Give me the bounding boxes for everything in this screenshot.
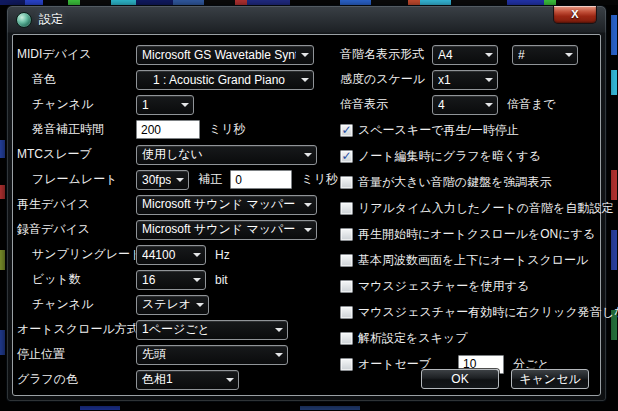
dropdown-arrow-icon <box>226 378 234 382</box>
stop-position-select[interactable]: 先頭 <box>136 345 288 365</box>
checkbox-row[interactable]: 解析設定をスキップ <box>340 325 602 351</box>
stop-position-value: 先頭 <box>142 346 270 363</box>
midi-channel-row: チャンネル 1 <box>17 92 323 117</box>
audio-channel-label: チャンネル <box>17 296 136 313</box>
tone-select[interactable]: 1 : Acoustic Grand Piano <box>136 70 314 90</box>
midi-device-row: MIDIデバイス Microsoft GS Wavetable Synth <box>17 42 323 67</box>
dropdown-arrow-icon <box>304 153 312 157</box>
autoscroll-mode-row: オートスクロール方式 1ページごと <box>17 317 323 342</box>
dialog-title: 設定 <box>39 11 63 28</box>
audio-channel-value: ステレオ <box>142 296 191 313</box>
frame-rate-value: 30fps <box>142 173 171 187</box>
audio-channel-row: チャンネル ステレオ <box>17 292 323 317</box>
autoscroll-mode-select[interactable]: 1ページごと <box>136 320 288 340</box>
checkbox-label: マウスジェスチャーを使用する <box>358 278 529 295</box>
playback-device-label: 再生デバイス <box>17 196 136 213</box>
dropdown-arrow-icon <box>565 53 573 57</box>
harmonics-row: 倍音表示 4 倍音まで <box>340 92 602 117</box>
title-bar[interactable]: 設定 X <box>7 6 606 33</box>
autosave-checkbox[interactable] <box>340 358 353 371</box>
checkbox-row[interactable]: リアルタイム入力したノートの音階を自動設定 <box>340 195 602 221</box>
latency-unit: ミリ秒 <box>209 121 246 138</box>
bit-depth-row: ビット数 16 bit <box>17 267 323 292</box>
sensitivity-scale-row: 感度のスケール x1 <box>340 67 602 92</box>
bit-depth-label: ビット数 <box>17 271 136 288</box>
note-name-format-value: A4 <box>438 48 480 62</box>
note-name-format-select[interactable]: A4 <box>432 45 498 65</box>
latency-row: 発音補正時間 ミリ秒 <box>17 117 323 142</box>
record-device-label: 録音デバイス <box>17 221 136 238</box>
bit-depth-select[interactable]: 16 <box>136 270 206 290</box>
accidental-select[interactable]: # <box>512 45 578 65</box>
record-device-row: 録音デバイス Microsoft サウンド マッパー <box>17 217 323 242</box>
midi-channel-select[interactable]: 1 <box>136 95 194 115</box>
frame-offset-unit: ミリ秒 <box>301 171 338 188</box>
autoscroll-mode-label: オートスクロール方式 <box>17 321 136 338</box>
checkbox-row[interactable]: 再生開始時にオートクスロールをONにする <box>340 221 602 247</box>
tone-value: 1 : Acoustic Grand Piano <box>142 73 296 87</box>
mtc-slave-row: MTCスレーブ 使用しない <box>17 142 323 167</box>
sampling-rate-row: サンプリングレート 44100 Hz <box>17 242 323 267</box>
dropdown-arrow-icon <box>176 178 184 182</box>
dropdown-arrow-icon <box>193 278 201 282</box>
checkbox-row[interactable]: ✓ スペースキーで再生/一時停止 <box>340 117 602 143</box>
bit-depth-value: 16 <box>142 273 188 287</box>
checkbox[interactable] <box>340 332 353 345</box>
frame-rate-select[interactable]: 30fps <box>136 170 189 190</box>
checkbox-label: 解析設定をスキップ <box>358 330 467 347</box>
dropdown-arrow-icon <box>485 53 493 57</box>
latency-input[interactable] <box>136 120 200 139</box>
autoscroll-mode-value: 1ページごと <box>142 321 270 338</box>
sampling-rate-value: 44100 <box>142 248 188 262</box>
record-device-value: Microsoft サウンド マッパー <box>142 221 299 238</box>
midi-device-select[interactable]: Microsoft GS Wavetable Synth <box>136 45 314 65</box>
record-device-select[interactable]: Microsoft サウンド マッパー <box>136 220 317 240</box>
dialog-buttons: OK キャンセル <box>421 369 589 389</box>
sensitivity-scale-value: x1 <box>438 73 480 87</box>
sensitivity-scale-select[interactable]: x1 <box>432 70 498 90</box>
checkbox-row[interactable]: 音量が大きい音階の鍵盤を強調表示 <box>340 169 602 195</box>
checkbox[interactable] <box>340 228 353 241</box>
checkbox[interactable] <box>340 280 353 293</box>
close-button[interactable]: X <box>553 6 597 24</box>
playback-device-select[interactable]: Microsoft サウンド マッパー <box>136 195 317 215</box>
audio-channel-select[interactable]: ステレオ <box>136 295 209 315</box>
checkbox[interactable]: ✓ <box>340 124 353 137</box>
dropdown-arrow-icon <box>301 53 309 57</box>
dropdown-arrow-icon <box>196 303 204 307</box>
dropdown-arrow-icon <box>193 253 201 257</box>
frame-offset-input[interactable] <box>230 170 292 189</box>
graph-color-select[interactable]: 色相1 <box>136 370 239 390</box>
playback-device-value: Microsoft サウンド マッパー <box>142 196 299 213</box>
midi-device-label: MIDIデバイス <box>17 46 136 63</box>
midi-device-value: Microsoft GS Wavetable Synth <box>142 48 296 62</box>
checkbox-label: マウスジェスチャー有効時に右クリック発音しない <box>358 304 618 321</box>
harmonics-unit: 倍音まで <box>507 96 556 113</box>
checkbox-row[interactable]: 基本周波数画面を上下にオートスクロール <box>340 247 602 273</box>
dialog-body: MIDIデバイス Microsoft GS Wavetable Synth 音色… <box>12 34 601 396</box>
accidental-value: # <box>518 48 560 62</box>
note-name-format-row: 音階名表示形式 A4 # <box>340 42 602 67</box>
stop-position-label: 停止位置 <box>17 346 136 363</box>
app-icon <box>16 12 32 28</box>
checkbox[interactable] <box>340 176 353 189</box>
checkbox[interactable]: ✓ <box>340 150 353 163</box>
checkbox-row[interactable]: マウスジェスチャー有効時に右クリック発音しない <box>340 299 602 325</box>
checkbox[interactable] <box>340 202 353 215</box>
checkbox-row[interactable]: ✓ ノート編集時にグラフを暗くする <box>340 143 602 169</box>
checkbox-row[interactable]: マウスジェスチャーを使用する <box>340 273 602 299</box>
graph-color-row: グラフの色 色相1 <box>17 367 323 392</box>
cancel-button[interactable]: キャンセル <box>511 369 589 389</box>
frame-rate-row: フレームレート 30fps 補正 ミリ秒 <box>17 167 323 192</box>
right-settings-column: 音階名表示形式 A4 # 感度のスケール x1 倍音表示 <box>340 42 602 377</box>
checkbox[interactable] <box>340 306 353 319</box>
checkbox[interactable] <box>340 254 353 267</box>
ok-button[interactable]: OK <box>421 369 499 389</box>
sampling-rate-select[interactable]: 44100 <box>136 245 206 265</box>
harmonics-select[interactable]: 4 <box>432 95 498 115</box>
dropdown-arrow-icon <box>485 103 493 107</box>
mtc-slave-select[interactable]: 使用しない <box>136 145 317 165</box>
harmonics-value: 4 <box>438 98 480 112</box>
latency-label: 発音補正時間 <box>17 121 136 138</box>
mtc-slave-value: 使用しない <box>142 146 299 163</box>
